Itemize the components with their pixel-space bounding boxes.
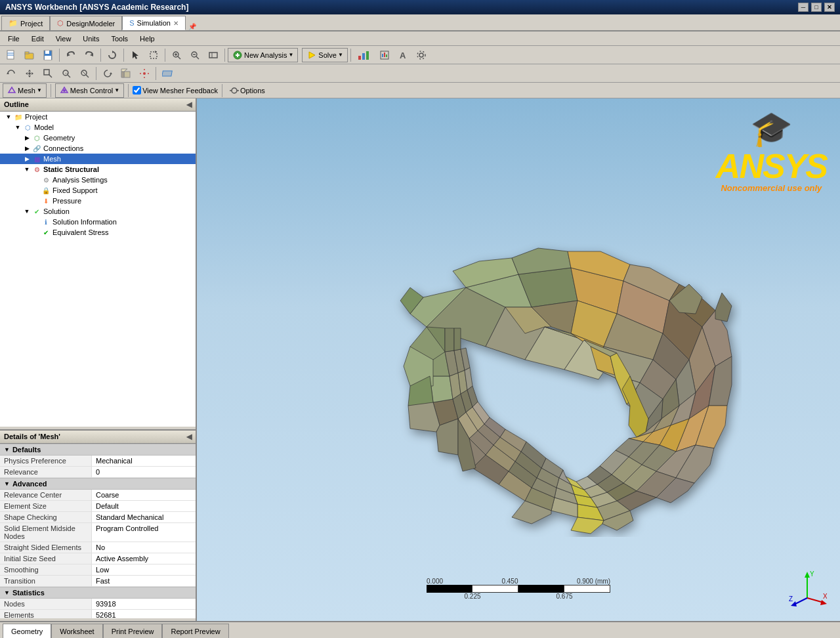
view-mesher-feedback-label[interactable]: View Mesher Feedback [133,86,218,95]
tree-item-project[interactable]: ▼ 📁 Project [0,112,196,122]
tab-simulation[interactable]: S Simulation ✕ [122,16,186,30]
toggle-mesh[interactable]: ▶ [22,156,32,162]
maximize-button[interactable]: □ [811,3,822,12]
bottom-tab-report-preview[interactable]: Report Preview [162,624,228,638]
save-button[interactable] [39,48,56,62]
statistics-section[interactable]: ▼ Statistics [0,587,196,599]
redo-button[interactable] [81,48,98,62]
viewport[interactable]: 🎓 ANSYS Noncommercial use only [197,98,840,621]
mesh-3d-view[interactable] [197,98,840,582]
chart-btn[interactable] [354,48,375,62]
tab-pin[interactable]: 📌 [188,23,196,30]
svg-point-55 [143,72,146,75]
defaults-section[interactable]: ▼ Defaults [0,444,196,456]
options-btn[interactable]: Options [226,83,268,98]
tree-item-mesh[interactable]: ▶ ▦ Mesh [0,154,196,164]
toolbar-separator-5 [224,49,225,62]
toggle-connections[interactable]: ▶ [22,145,32,152]
tab-project[interactable]: 📁 Project [1,16,50,30]
menu-tools[interactable]: Tools [106,33,133,44]
tree-item-connections[interactable]: ▶ 🔗 Connections [0,143,196,154]
open-button[interactable] [21,48,38,62]
minimize-button[interactable]: ─ [798,3,808,12]
tree-item-static-structural[interactable]: ▼ ⚙ Static Structural [0,164,196,175]
zoom-fit2-btn[interactable]: ↔ [58,66,75,81]
select-btn-2[interactable] [145,48,162,62]
advanced-section[interactable]: ▼ Advanced [0,478,196,490]
outline-pin[interactable]: ◀ [186,100,192,109]
menu-view[interactable]: View [51,33,77,44]
advanced-toggle[interactable]: ▼ [4,480,10,487]
menu-help[interactable]: Help [135,33,160,44]
solution-icon: ✔ [32,207,42,216]
settings-btn[interactable] [413,48,430,62]
results-btn[interactable] [376,48,393,62]
zoom-in-btn[interactable] [168,48,185,62]
svg-marker-53 [121,72,124,77]
scale-bottom-labels: 0.225 0.675 [427,593,610,600]
mesh-dropdown-btn[interactable]: Mesh ▼ [3,83,47,98]
close-button[interactable]: ✕ [824,3,835,12]
main-layout: Outline ◀ ▼ 📁 Project ▼ ⬡ Model [0,98,840,621]
view-mesher-feedback-checkbox[interactable] [133,86,141,95]
outline-panel: Outline ◀ ▼ 📁 Project ▼ ⬡ Model [0,98,196,431]
toolbar2-sep-2 [156,67,156,80]
details-pin[interactable]: ◀ [186,433,192,441]
tree-item-solution[interactable]: ▼ ✔ Solution [0,206,196,217]
details-panel: Details of 'Mesh' ◀ ▼ Defaults Physics P… [0,431,196,621]
bottom-tab-worksheet[interactable]: Worksheet [51,624,102,638]
undo-button[interactable] [62,48,79,62]
toggle-geometry[interactable]: ▶ [22,135,32,141]
tree-item-solution-information[interactable]: ℹ Solution Information [0,217,196,227]
tab-close-simulation[interactable]: ✕ [173,20,178,27]
mesh-control-btn[interactable]: Mesh Control ▼ [55,83,124,98]
statistics-toggle[interactable]: ▼ [4,589,10,596]
tree-item-fixed-support[interactable]: 🔒 Fixed Support [0,185,196,196]
svg-point-36 [417,51,425,59]
toggle-static-structural[interactable]: ▼ [22,166,32,173]
menu-edit[interactable]: Edit [26,33,49,44]
select-btn-1[interactable] [127,48,144,62]
rotate-btn[interactable] [3,66,20,81]
zoom-out-btn[interactable] [186,48,203,62]
results-icon [379,50,390,60]
toggle-project[interactable]: ▼ [4,114,13,120]
tree-item-equivalent-stress[interactable]: ✔ Equivalent Stress [0,227,196,238]
tree-item-model[interactable]: ▼ ⬡ Model [0,122,196,133]
section-plane-icon [162,68,174,79]
window-controls[interactable]: ─ □ ✕ [798,3,835,12]
section-plane-btn[interactable] [159,66,177,81]
new-button[interactable] [3,48,20,62]
zoom-full-btn[interactable] [76,66,93,81]
zoom-fit-btn[interactable] [205,48,222,62]
defaults-toggle[interactable]: ▼ [4,446,10,453]
zoom-full-icon [79,68,90,79]
bottom-tab-geometry[interactable]: Geometry [3,624,51,638]
pan-btn[interactable] [21,66,38,81]
toggle-model[interactable]: ▼ [13,124,22,131]
text-btn[interactable]: A [394,48,411,62]
scale-seg-2 [472,585,518,593]
tree-item-analysis-settings[interactable]: ⚙ Analysis Settings [0,175,196,185]
tab-designmodeler[interactable]: ⬡ DesignModeler [50,16,122,30]
solve-button[interactable]: Solve ▼ [302,48,347,62]
explode-btn[interactable] [136,66,153,81]
refresh-button[interactable] [104,48,121,62]
svg-rect-29 [366,51,369,60]
svg-point-64 [232,88,237,93]
viewcube-btn[interactable] [117,66,135,81]
new-analysis-button[interactable]: New Analysis ▼ [228,48,298,62]
zoom-box-btn[interactable] [39,66,56,81]
rotate2-btn[interactable] [99,66,116,81]
svg-rect-28 [362,53,365,60]
chart-icon [357,50,371,60]
bottom-tab-print-preview[interactable]: Print Preview [103,624,163,638]
zoom-out-icon [190,50,200,60]
tree-item-pressure[interactable]: ⬇ Pressure [0,196,196,206]
toggle-solution[interactable]: ▼ [22,208,32,215]
menu-units[interactable]: Units [77,33,104,44]
menu-file[interactable]: File [3,33,25,44]
gear-icon [416,50,427,60]
tree-item-geometry[interactable]: ▶ ⬡ Geometry [0,133,196,143]
svg-text:A: A [400,51,406,60]
